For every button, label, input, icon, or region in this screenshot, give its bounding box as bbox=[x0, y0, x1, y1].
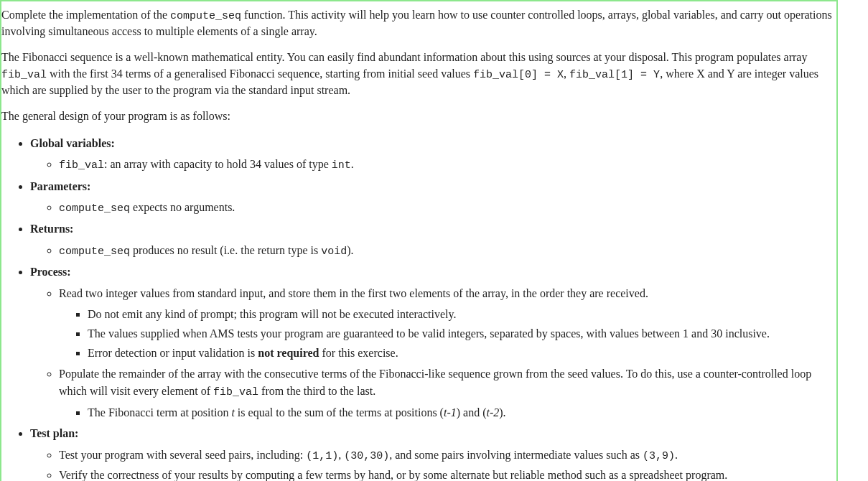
code-compute-seq: compute_seq bbox=[59, 202, 130, 215]
text: ). bbox=[499, 406, 505, 419]
intro-paragraph-2: The Fibonacci sequence is a well-known m… bbox=[1, 50, 836, 98]
list-item: compute_seq produces no result (i.e. the… bbox=[59, 242, 836, 260]
code-pair-30-30: (30,30) bbox=[344, 450, 389, 462]
code-fib-val: fib_val bbox=[59, 159, 104, 172]
text: from the third to the last. bbox=[258, 385, 375, 397]
section-heading: Parameters: bbox=[30, 180, 90, 192]
section-heading: Test plan: bbox=[30, 427, 78, 439]
list-item: fib_val: an array with capacity to hold … bbox=[59, 156, 836, 174]
text: expects no arguments. bbox=[130, 201, 235, 213]
text: Error detection or input validation is bbox=[88, 347, 258, 359]
instruction-box: Complete the implementation of the compu… bbox=[0, 0, 838, 481]
text: is equal to the sum of the terms at posi… bbox=[235, 406, 444, 419]
code-fib-val: fib_val bbox=[1, 69, 47, 81]
code-fib1: fib_val[1] = Y bbox=[569, 69, 660, 81]
text: . bbox=[675, 449, 678, 461]
code-pair-3-9: (3,9) bbox=[643, 450, 675, 462]
italic-t-2: t-2 bbox=[486, 406, 499, 419]
text: produces no result (i.e. the return type… bbox=[130, 244, 321, 256]
text: , bbox=[338, 449, 344, 461]
text: . bbox=[351, 158, 354, 170]
code-fib0: fib_val[0] = X bbox=[473, 69, 564, 81]
list-item: The values supplied when AMS tests your … bbox=[88, 325, 836, 342]
text: Populate the remainder of the array with… bbox=[59, 368, 811, 396]
text: Complete the implementation of the bbox=[1, 9, 170, 21]
code-pair-1-1: (1,1) bbox=[306, 450, 338, 462]
text: The Fibonacci term at position bbox=[88, 406, 231, 419]
code-void: void bbox=[321, 246, 347, 258]
code-fib-val: fib_val bbox=[213, 386, 258, 398]
italic-t-1: t-1 bbox=[444, 406, 457, 419]
code-compute-seq: compute_seq bbox=[59, 246, 130, 258]
section-heading: Returns: bbox=[30, 223, 73, 235]
text: with the first 34 terms of a generalised… bbox=[47, 67, 473, 80]
text: Test your program with several seed pair… bbox=[59, 449, 306, 461]
list-item: The Fibonacci term at position t is equa… bbox=[88, 404, 836, 421]
list-item: Error detection or input validation is n… bbox=[88, 345, 836, 361]
section-heading: Global variables: bbox=[30, 137, 115, 149]
instruction-content: Complete the implementation of the compu… bbox=[1, 7, 836, 481]
list-item: Do not emit any kind of prompt; this pro… bbox=[88, 306, 836, 322]
intro-paragraph-1: Complete the implementation of the compu… bbox=[1, 7, 836, 39]
section-returns: Returns: compute_seq produces no result … bbox=[30, 220, 836, 259]
list-item: Test your program with several seed pair… bbox=[59, 447, 836, 464]
code-int: int bbox=[332, 159, 351, 172]
text: , and some pairs involving intermediate … bbox=[389, 449, 643, 461]
text: ) and ( bbox=[457, 406, 487, 419]
list-item: Read two integer values from standard in… bbox=[59, 285, 836, 362]
code-compute-seq: compute_seq bbox=[170, 10, 241, 22]
bold-not-required: not required bbox=[258, 347, 319, 359]
main-list: Global variables: fib_val: an array with… bbox=[1, 135, 836, 481]
list-item: Populate the remainder of the array with… bbox=[59, 365, 836, 421]
section-process: Process: Read two integer values from st… bbox=[30, 263, 836, 421]
section-parameters: Parameters: compute_seq expects no argum… bbox=[30, 178, 836, 217]
section-test-plan: Test plan: Test your program with severa… bbox=[30, 425, 836, 481]
section-heading: Process: bbox=[30, 266, 71, 278]
list-item: compute_seq expects no arguments. bbox=[59, 199, 836, 217]
text: for this exercise. bbox=[319, 347, 398, 359]
list-item: Verify the correctness of your results b… bbox=[59, 467, 836, 481]
text: The Fibonacci sequence is a well-known m… bbox=[1, 51, 807, 63]
text: : an array with capacity to hold 34 valu… bbox=[104, 158, 332, 170]
section-global-variables: Global variables: fib_val: an array with… bbox=[30, 135, 836, 174]
text: , bbox=[564, 67, 569, 80]
text: Read two integer values from standard in… bbox=[59, 287, 648, 299]
intro-paragraph-3: The general design of your program is as… bbox=[1, 108, 836, 124]
text: ). bbox=[347, 244, 353, 256]
